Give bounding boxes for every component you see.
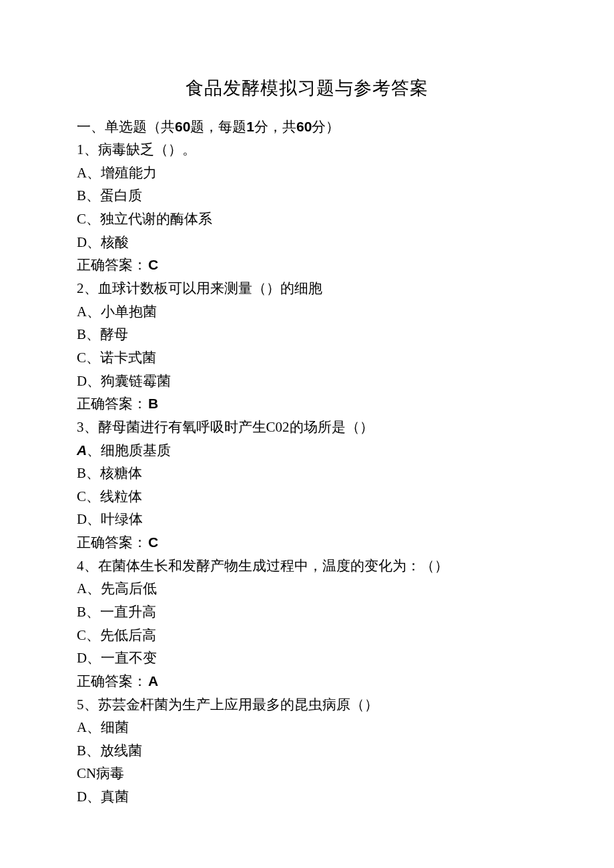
- q3-stem: 3、酵母菌进行有氧呼吸时产生C02的场所是（）: [77, 416, 537, 439]
- q1-option-b: B、蛋白质: [77, 184, 537, 207]
- answer-value: C: [148, 257, 158, 272]
- answer-label: 正确答案：: [77, 257, 147, 273]
- q1-option-a: A、增殖能力: [77, 161, 537, 185]
- section-prefix: 一、单选题（共: [77, 119, 175, 135]
- q2-stem: 2、血球计数板可以用来测量（）的细胞: [77, 277, 537, 300]
- answer-label: 正确答案：: [77, 396, 147, 412]
- q4-option-c: C、先低后高: [77, 624, 537, 647]
- answer-value: C: [148, 534, 158, 550]
- q2-answer: 正确答案：B: [77, 392, 537, 416]
- document-title: 食品发酵模拟习题与参考答案: [77, 73, 537, 103]
- q2-option-c: C、诺卡式菌: [77, 346, 537, 370]
- q3-answer: 正确答案：C: [77, 531, 537, 554]
- q1-stem: 1、病毒缺乏（）。: [77, 138, 537, 161]
- q3-option-d: D、叶绿体: [77, 508, 537, 531]
- q4-option-a: A、先高后低: [77, 577, 537, 600]
- section-suffix: 分）: [312, 119, 340, 135]
- q1-option-d: D、核酸: [77, 231, 537, 254]
- q5-stem: 5、苏芸金杆菌为生产上应用最多的昆虫病原（）: [77, 693, 537, 717]
- q2-option-b: B、酵母: [77, 323, 537, 346]
- answer-value: B: [148, 396, 158, 411]
- q3-option-c: C、线粒体: [77, 485, 537, 508]
- q1-answer: 正确答案：C: [77, 254, 537, 277]
- answer-label: 正确答案：: [77, 534, 147, 550]
- q4-option-b: B、一直升高: [77, 600, 537, 624]
- q3-a-text: 、细胞质基质: [87, 442, 171, 458]
- q5-option-b: B、放线菌: [77, 739, 537, 763]
- section-mid1: 题，每题: [190, 119, 246, 135]
- q1-option-c: C、独立代谢的酶体系: [77, 207, 537, 231]
- q2-option-a: A、小单抱菌: [77, 300, 537, 324]
- document-page: 食品发酵模拟习题与参考答案 一、单选题（共60题，每题1分，共60分） 1、病毒…: [0, 0, 614, 849]
- section-total: 60: [296, 119, 312, 134]
- q3-a-letter: A: [77, 442, 87, 458]
- section-mid2: 分，共: [254, 119, 296, 135]
- q3-option-b: B、核糖体: [77, 462, 537, 485]
- q4-stem: 4、在菌体生长和发酵产物生成过程中，温度的变化为：（）: [77, 554, 537, 578]
- answer-value: A: [148, 673, 158, 689]
- q4-answer: 正确答案：A: [77, 670, 537, 693]
- q3-option-a: A、细胞质基质: [77, 439, 537, 462]
- q5-option-c: CN病毒: [77, 762, 537, 785]
- q5-option-a: A、细菌: [77, 716, 537, 739]
- q2-option-d: D、狗囊链霉菌: [77, 370, 537, 393]
- section-points: 1: [246, 119, 254, 134]
- q4-option-d: D、一直不变: [77, 646, 537, 670]
- answer-label: 正确答案：: [77, 673, 147, 689]
- section-header: 一、单选题（共60题，每题1分，共60分）: [77, 115, 537, 139]
- q5-option-d: D、真菌: [77, 785, 537, 809]
- section-count: 60: [175, 119, 190, 134]
